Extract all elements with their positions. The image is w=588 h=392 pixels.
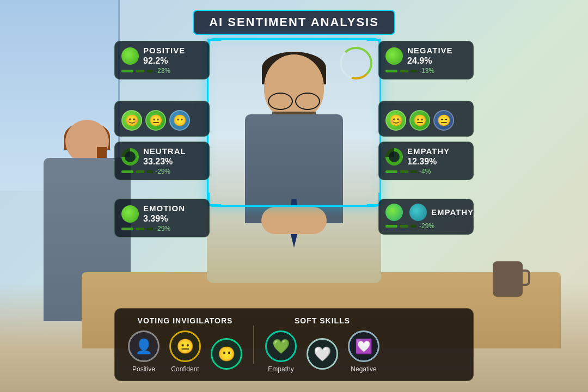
left-emoji-row: 😊 😐 😶	[121, 110, 203, 131]
empathy1-change: -4%	[419, 168, 431, 175]
empathy1-indicator	[385, 148, 403, 166]
bar-seg2	[136, 228, 144, 230]
empathy1-header: EMPATHY 12.39%	[385, 146, 467, 167]
positive-header: POSITIVE 92.2%	[121, 46, 203, 66]
bottom-divider	[253, 326, 254, 364]
bottom-bar: VOTING INVIGILATORS 👤 Positive 😐 Confide…	[114, 308, 474, 381]
panel-negative: NEGATIVE 24.9% -13%	[378, 41, 474, 79]
panel-emotion: EMOTION 3.39% -29%	[114, 199, 210, 237]
bar-seg3	[146, 70, 153, 72]
emoji-neutral: 😐	[145, 110, 166, 131]
empathy2-header: EMPATHY	[385, 204, 467, 221]
bar-seg2	[400, 170, 408, 173]
positive-skill-icon: 👤	[128, 330, 160, 362]
negative-info: NEGATIVE 24.9%	[407, 46, 467, 66]
sentiment-arc	[337, 44, 375, 82]
skill-heart: 🤍	[307, 338, 338, 373]
negative-bar: -13%	[385, 67, 467, 75]
emoji-happy-r: 😊	[385, 110, 406, 131]
bar-seg3	[146, 170, 153, 173]
negative-change: -13%	[419, 67, 434, 75]
softskills-items: 💚 Empathy 🤍 💟 Negative	[265, 330, 379, 373]
title-text: AI SENTIMENT ANALYSIS	[209, 15, 379, 29]
neutral-bar: -29%	[121, 168, 203, 175]
bar-seg3	[411, 225, 417, 228]
heart-skill-icon: 🤍	[307, 338, 338, 370]
panel-empathy1: EMPATHY 12.39% -4%	[378, 142, 474, 180]
positive-skill-label: Positive	[132, 365, 155, 373]
bar-seg3	[411, 170, 417, 173]
negative-header: NEGATIVE 24.9%	[385, 46, 467, 66]
emotion-value: 3.39%	[143, 214, 203, 224]
emoji-happy: 😊	[121, 110, 142, 131]
bar-seg1	[385, 70, 397, 72]
confident-skill-icon: 😐	[169, 330, 201, 362]
emotion-bar: -29%	[121, 225, 203, 232]
positive-value: 92.2%	[143, 56, 203, 66]
right-emoji-row: 😊 😐 😑	[385, 110, 467, 131]
skill-empathy-bottom: 💚 Empathy	[265, 330, 297, 373]
neutral-header: NEUTRAL 33.23%	[121, 146, 203, 167]
emotion-title: EMOTION	[143, 204, 203, 213]
skill-neutral-vote: 😶	[211, 338, 242, 373]
empathy2-title: EMPATHY	[431, 207, 474, 217]
bar-seg2	[136, 70, 144, 72]
emoji-sad-r: 😑	[433, 110, 454, 131]
bar-seg1	[121, 70, 133, 72]
emotion-info: EMOTION 3.39%	[143, 204, 203, 224]
bar-seg2	[400, 225, 408, 228]
emotion-indicator	[121, 205, 139, 223]
negative-indicator	[385, 47, 403, 65]
bar-seg2	[400, 70, 408, 72]
voting-items: 👤 Positive 😐 Confident 😶	[128, 330, 242, 373]
positive-change: -23%	[155, 67, 170, 75]
empathy1-info: EMPATHY 12.39%	[407, 146, 467, 167]
skill-negative-bottom: 💟 Negative	[348, 330, 379, 373]
emotion-change: -29%	[155, 225, 170, 232]
face-detection-frame	[207, 38, 381, 207]
panel-left-emojis: 😊 😐 😶	[114, 101, 210, 137]
bar-seg1	[385, 225, 397, 228]
empathy2-indicator	[385, 204, 403, 221]
neutral-value: 33.23%	[143, 157, 203, 167]
neutral-info: NEUTRAL 33.23%	[143, 146, 203, 167]
neutral-change: -29%	[155, 168, 170, 175]
positive-title: POSITIVE	[143, 46, 203, 55]
bar-seg3	[411, 70, 417, 72]
panel-empathy2: EMPATHY -29%	[378, 199, 474, 235]
empathy1-value: 12.39%	[407, 157, 467, 167]
title-bar: AI SENTIMENT ANALYSIS	[193, 10, 395, 35]
empathy1-bar: -4%	[385, 168, 467, 175]
voting-section: VOTING INVIGILATORS 👤 Positive 😐 Confide…	[128, 316, 242, 373]
neutral-indicator	[121, 148, 139, 166]
skill-positive: 👤 Positive	[128, 330, 160, 373]
negative-bottom-icon: 💟	[348, 330, 379, 362]
empathy2-change: -29%	[419, 222, 434, 230]
emoji-neutral-r: 😐	[409, 110, 430, 131]
bar-seg3	[146, 228, 153, 230]
empathy2-bar: -29%	[385, 222, 467, 230]
emoji-sad: 😶	[169, 110, 190, 131]
positive-bar: -23%	[121, 67, 203, 75]
empathy-bottom-icon: 💚	[265, 330, 297, 362]
ui-overlay: AI SENTIMENT ANALYSIS POSITIVE 92.2% -23…	[0, 0, 588, 392]
softskills-title: SOFT SKILLS	[295, 316, 350, 325]
panel-neutral: NEUTRAL 33.23% -29%	[114, 142, 210, 180]
panel-right-emojis: 😊 😐 😑	[378, 101, 474, 137]
empathy2-info: EMPATHY	[431, 207, 474, 218]
empathy1-title: EMPATHY	[407, 146, 467, 156]
neutral-title: NEUTRAL	[143, 146, 203, 156]
confident-skill-label: Confident	[171, 365, 199, 373]
bar-seg2	[136, 170, 144, 173]
negative-title: NEGATIVE	[407, 46, 467, 55]
bar-seg1	[121, 170, 133, 173]
emotion-header: EMOTION 3.39%	[121, 204, 203, 224]
neutral-vote-icon: 😶	[211, 338, 242, 370]
bar-seg1	[385, 170, 397, 173]
empathy2-indicator2	[409, 204, 427, 221]
voting-title: VOTING INVIGILATORS	[138, 316, 233, 325]
positive-info: POSITIVE 92.2%	[143, 46, 203, 66]
softskills-section: SOFT SKILLS 💚 Empathy 🤍 💟 Negative	[265, 316, 379, 373]
bar-seg1	[121, 228, 133, 230]
negative-value: 24.9%	[407, 56, 467, 66]
